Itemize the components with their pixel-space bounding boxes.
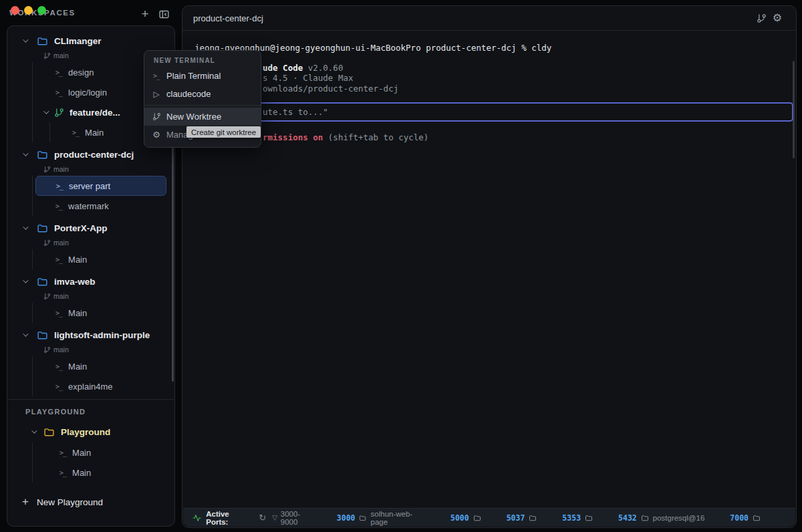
menu-item-label: claudecode — [166, 89, 211, 99]
workspace-name: imva-web — [54, 277, 96, 287]
port-entry-5037[interactable]: 5037 — [507, 513, 537, 523]
refresh-icon[interactable]: ↻ — [259, 513, 266, 523]
workspace-item-imva-web[interactable]: imva-web — [7, 273, 174, 289]
chevron-down-icon[interactable] — [21, 152, 29, 156]
terminal-label: Main — [72, 448, 91, 458]
folder-icon — [473, 514, 481, 522]
port-number: 7000 — [730, 513, 749, 523]
workspace-group-lightsoft: lightsoft-admin-purple main >_ Main >_ e… — [7, 327, 174, 396]
traffic-light-minimize[interactable] — [24, 6, 33, 15]
terminal-label: logic/login — [68, 88, 107, 98]
git-branch-button[interactable] — [753, 10, 769, 26]
terminal-item-watermark[interactable]: >_ watermark — [35, 196, 166, 216]
workspace-group-product-center: product-center-dcj main >_ server part >… — [7, 146, 174, 216]
menu-item-label: New Worktree — [166, 112, 221, 122]
workspace-name: PorterX-App — [54, 223, 108, 233]
folder-icon — [37, 276, 48, 287]
terminal-label: Main — [85, 128, 104, 138]
chevron-down-icon[interactable] — [21, 279, 29, 283]
worktree-tooltip: Create git worktree — [186, 126, 261, 138]
filter-funnel-icon[interactable]: ▽ — [272, 514, 277, 521]
collapse-sidebar-button[interactable] — [156, 7, 171, 21]
terminal-title: product-center-dcj — [193, 13, 263, 23]
chevron-down-icon[interactable] — [42, 110, 49, 114]
banner-title-fragment: ude Code — [263, 63, 303, 73]
terminal-label: server part — [69, 181, 110, 191]
workspace-name: product-center-dcj — [54, 150, 134, 160]
workspace-item-porterx[interactable]: PorterX-App — [7, 220, 174, 236]
branch-name: main — [53, 346, 69, 354]
port-number: 5353 — [562, 513, 581, 523]
chevron-down-icon[interactable] — [21, 333, 29, 337]
chevron-down-icon[interactable] — [21, 39, 29, 43]
chevron-down-icon[interactable] — [30, 430, 37, 434]
settings-gear-button[interactable]: ⚙ — [769, 10, 785, 26]
folder-icon — [359, 514, 366, 522]
git-branch-icon — [43, 52, 51, 59]
workspace-group-porterx: PorterX-App main >_ Main — [7, 220, 174, 269]
plus-icon: + — [22, 495, 29, 509]
terminal-item-server-part-selected[interactable]: >_ server part — [35, 176, 166, 196]
port-number: 3000 — [337, 513, 356, 523]
play-icon: ▷ — [151, 90, 162, 99]
playground-name: Playground — [61, 427, 110, 437]
gear-icon: ⚙ — [151, 130, 162, 140]
terminal-item-main[interactable]: >_ Main — [35, 442, 166, 462]
menu-item-new-worktree[interactable]: New Worktree — [144, 108, 261, 126]
terminal-label: Main — [72, 468, 91, 478]
new-playground-button[interactable]: + New Playground — [22, 495, 103, 509]
menu-item-plain-terminal[interactable]: >_ Plain Terminal — [144, 67, 261, 85]
traffic-light-zoom[interactable] — [37, 6, 46, 15]
workspace-name: lightsoft-admin-purple — [54, 330, 150, 340]
traffic-light-close[interactable] — [11, 6, 19, 15]
claude-banner-line: ude Code v2.0.60 — [263, 63, 343, 74]
port-entry-7000[interactable]: 7000 — [730, 513, 761, 523]
terminal-item-main[interactable]: >_ Main — [35, 303, 166, 323]
terminal-scrollbar[interactable] — [793, 61, 795, 158]
workspace-item-climanger[interactable]: CLImanger — [7, 33, 174, 49]
terminal-prompt-icon: >_ — [55, 203, 62, 210]
folder-icon — [37, 35, 48, 47]
workspace-item-product-center[interactable]: product-center-dcj — [7, 146, 174, 162]
terminal-label: Main — [68, 308, 87, 318]
port-number: 5432 — [618, 513, 637, 523]
terminal-prompt-icon: >_ — [55, 89, 62, 96]
folder-icon — [753, 514, 761, 522]
menu-item-claudecode[interactable]: ▷ claudecode — [144, 85, 261, 103]
terminal-label: watermark — [68, 201, 109, 211]
folder-icon — [585, 514, 593, 522]
status-bar: Active Ports: ↻ ▽ 3000-9000 3000 solhun-… — [183, 508, 795, 527]
terminal-prompt-icon: >_ — [55, 383, 62, 390]
port-entry-5000[interactable]: 5000 — [450, 513, 481, 523]
terminal-item-main[interactable]: >_ Main — [35, 462, 166, 483]
branch-label: main — [7, 289, 174, 303]
terminal-item-main[interactable]: >_ Main — [35, 249, 166, 269]
terminal-header: product-center-dcj ⚙ — [182, 6, 796, 31]
git-branch-icon — [151, 112, 162, 121]
folder-icon — [37, 223, 48, 234]
terminal-label: Main — [68, 362, 87, 372]
banner-model-line: s 4.5 · Claude Max — [263, 73, 353, 84]
port-entry-3000[interactable]: 3000 solhun-web-page — [337, 510, 425, 526]
terminal-item-explain4me[interactable]: >_ explain4me — [35, 376, 166, 396]
chevron-down-icon[interactable] — [21, 226, 29, 230]
terminal-item-main[interactable]: >_ Main — [35, 356, 166, 376]
banner-version: v2.0.60 — [303, 63, 343, 73]
playground-folder-item[interactable]: Playground — [7, 424, 174, 440]
terminal-prompt-icon: >_ — [55, 256, 62, 263]
input-placeholder-fragment: ute.ts to..." — [263, 107, 328, 118]
branch-name: main — [53, 239, 69, 247]
port-entry-5353[interactable]: 5353 — [562, 513, 593, 523]
workspace-item-lightsoft[interactable]: lightsoft-admin-purple — [7, 327, 174, 343]
git-branch-icon — [43, 239, 51, 247]
terminal-label: Main — [68, 255, 87, 265]
workspace-group-imva-web: imva-web main >_ Main — [7, 273, 174, 323]
context-menu-header: NEW TERMINAL — [144, 51, 261, 67]
port-label: solhun-web-page — [371, 510, 425, 526]
terminal-output[interactable]: jeong-gyeonghun@jeong-gyeonghun-ui-MacBo… — [182, 31, 796, 508]
port-entry-5432[interactable]: 5432 postgresql@16 — [618, 513, 704, 523]
terminal-panel: product-center-dcj ⚙ jeong-gyeonghun@jeo… — [182, 5, 797, 528]
port-number: 5037 — [507, 513, 525, 523]
terminal-prompt-icon: >_ — [55, 309, 62, 317]
add-workspace-button[interactable]: + — [138, 7, 152, 21]
